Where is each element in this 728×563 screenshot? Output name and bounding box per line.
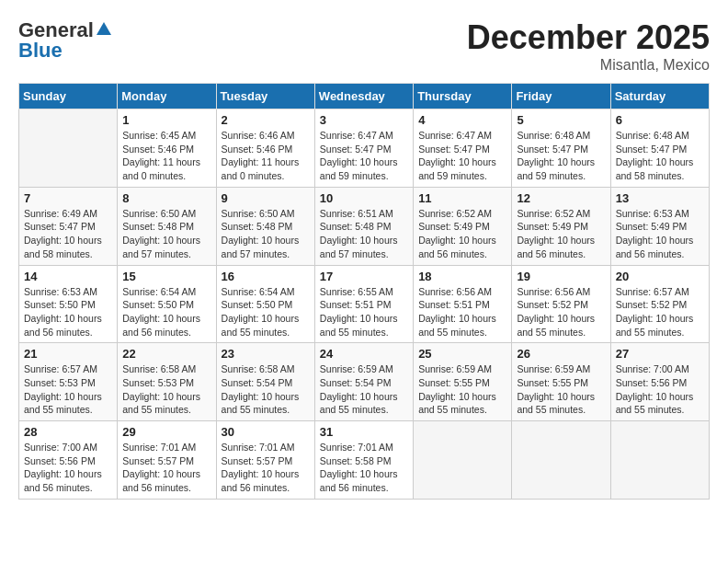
day-info: Sunrise: 6:58 AMSunset: 5:54 PMDaylight:…	[222, 362, 310, 417]
calendar-cell: 24Sunrise: 6:59 AMSunset: 5:54 PMDayligh…	[314, 343, 413, 421]
calendar-cell: 21Sunrise: 6:57 AMSunset: 5:53 PMDayligh…	[19, 343, 118, 421]
day-of-week-header: Sunday	[19, 84, 118, 109]
day-info: Sunrise: 6:48 AMSunset: 5:47 PMDaylight:…	[517, 129, 605, 183]
day-number: 16	[222, 270, 310, 283]
calendar-cell: 17Sunrise: 6:55 AMSunset: 5:51 PMDayligh…	[314, 265, 413, 343]
calendar-cell: 1Sunrise: 6:45 AMSunset: 5:46 PMDaylight…	[118, 109, 216, 188]
day-info: Sunrise: 6:52 AMSunset: 5:49 PMDaylight:…	[517, 207, 605, 261]
logo-blue-text: Blue	[18, 39, 63, 63]
calendar-cell: 20Sunrise: 6:57 AMSunset: 5:52 PMDayligh…	[610, 265, 709, 343]
day-number: 17	[320, 270, 408, 283]
day-number: 11	[418, 191, 506, 205]
day-number: 24	[320, 347, 408, 361]
day-info: Sunrise: 6:53 AMSunset: 5:49 PMDaylight:…	[616, 207, 704, 261]
calendar-cell: 4Sunrise: 6:47 AMSunset: 5:47 PMDaylight…	[414, 109, 512, 188]
day-number: 10	[320, 191, 408, 205]
calendar-cell: 11Sunrise: 6:52 AMSunset: 5:49 PMDayligh…	[414, 187, 512, 265]
day-number: 21	[24, 347, 112, 361]
day-info: Sunrise: 6:49 AMSunset: 5:47 PMDaylight:…	[24, 207, 112, 261]
day-number: 27	[616, 347, 704, 361]
calendar-cell: 16Sunrise: 6:54 AMSunset: 5:50 PMDayligh…	[216, 265, 314, 343]
calendar-week-row: 7Sunrise: 6:49 AMSunset: 5:47 PMDaylight…	[19, 187, 710, 265]
day-info: Sunrise: 6:59 AMSunset: 5:54 PMDaylight:…	[320, 362, 408, 417]
calendar-cell: 26Sunrise: 6:59 AMSunset: 5:55 PMDayligh…	[512, 343, 610, 421]
day-of-week-header: Monday	[118, 84, 216, 109]
day-info: Sunrise: 6:46 AMSunset: 5:46 PMDaylight:…	[222, 129, 310, 183]
day-number: 31	[320, 425, 408, 439]
day-of-week-header: Saturday	[610, 84, 709, 109]
page-header: General Blue December 2025 Misantla, Mex…	[18, 18, 710, 74]
calendar-cell	[19, 109, 118, 188]
calendar-cell: 7Sunrise: 6:49 AMSunset: 5:47 PMDaylight…	[19, 187, 118, 265]
calendar-week-row: 1Sunrise: 6:45 AMSunset: 5:46 PMDaylight…	[19, 109, 710, 188]
day-info: Sunrise: 6:47 AMSunset: 5:47 PMDaylight:…	[320, 129, 408, 183]
day-info: Sunrise: 7:01 AMSunset: 5:58 PMDaylight:…	[320, 441, 408, 495]
day-info: Sunrise: 6:50 AMSunset: 5:48 PMDaylight:…	[222, 207, 310, 261]
calendar-cell: 3Sunrise: 6:47 AMSunset: 5:47 PMDaylight…	[314, 109, 413, 188]
day-number: 2	[222, 113, 310, 127]
calendar-cell	[414, 421, 512, 500]
day-number: 5	[517, 113, 605, 127]
day-info: Sunrise: 6:58 AMSunset: 5:53 PMDaylight:…	[122, 362, 210, 417]
calendar-cell: 12Sunrise: 6:52 AMSunset: 5:49 PMDayligh…	[512, 187, 610, 265]
calendar-cell: 2Sunrise: 6:46 AMSunset: 5:46 PMDaylight…	[216, 109, 314, 188]
day-info: Sunrise: 6:59 AMSunset: 5:55 PMDaylight:…	[418, 362, 506, 417]
calendar-cell: 29Sunrise: 7:01 AMSunset: 5:57 PMDayligh…	[118, 421, 216, 500]
day-info: Sunrise: 6:56 AMSunset: 5:51 PMDaylight:…	[418, 285, 506, 339]
title-block: December 2025 Misantla, Mexico	[467, 18, 710, 74]
day-number: 4	[418, 113, 506, 127]
day-info: Sunrise: 6:59 AMSunset: 5:55 PMDaylight:…	[517, 362, 605, 417]
calendar-cell: 28Sunrise: 7:00 AMSunset: 5:56 PMDayligh…	[19, 421, 118, 500]
calendar-cell: 30Sunrise: 7:01 AMSunset: 5:57 PMDayligh…	[216, 421, 314, 500]
calendar-cell: 22Sunrise: 6:58 AMSunset: 5:53 PMDayligh…	[118, 343, 216, 421]
day-number: 15	[122, 270, 210, 283]
logo: General Blue	[18, 18, 112, 63]
day-info: Sunrise: 6:47 AMSunset: 5:47 PMDaylight:…	[418, 129, 506, 183]
day-info: Sunrise: 6:54 AMSunset: 5:50 PMDaylight:…	[222, 285, 310, 339]
day-number: 7	[24, 191, 112, 205]
calendar-cell	[610, 421, 709, 500]
calendar-cell: 25Sunrise: 6:59 AMSunset: 5:55 PMDayligh…	[414, 343, 512, 421]
day-info: Sunrise: 7:00 AMSunset: 5:56 PMDaylight:…	[616, 362, 704, 417]
day-info: Sunrise: 6:54 AMSunset: 5:50 PMDaylight:…	[122, 285, 210, 339]
day-info: Sunrise: 6:50 AMSunset: 5:48 PMDaylight:…	[122, 207, 210, 261]
day-number: 30	[222, 425, 310, 439]
calendar-week-row: 21Sunrise: 6:57 AMSunset: 5:53 PMDayligh…	[19, 343, 710, 421]
day-info: Sunrise: 7:01 AMSunset: 5:57 PMDaylight:…	[222, 441, 310, 495]
day-number: 1	[122, 113, 210, 127]
calendar-cell	[512, 421, 610, 500]
day-info: Sunrise: 6:48 AMSunset: 5:47 PMDaylight:…	[616, 129, 704, 183]
calendar-week-row: 14Sunrise: 6:53 AMSunset: 5:50 PMDayligh…	[19, 265, 710, 343]
day-number: 29	[122, 425, 210, 439]
day-number: 22	[122, 347, 210, 361]
day-of-week-header: Friday	[512, 84, 610, 109]
day-number: 8	[122, 191, 210, 205]
day-number: 19	[517, 270, 605, 283]
calendar-cell: 31Sunrise: 7:01 AMSunset: 5:58 PMDayligh…	[314, 421, 413, 500]
day-number: 28	[24, 425, 112, 439]
location: Misantla, Mexico	[467, 57, 710, 74]
calendar-cell: 15Sunrise: 6:54 AMSunset: 5:50 PMDayligh…	[118, 265, 216, 343]
day-info: Sunrise: 6:51 AMSunset: 5:48 PMDaylight:…	[320, 207, 408, 261]
day-info: Sunrise: 6:55 AMSunset: 5:51 PMDaylight:…	[320, 285, 408, 339]
calendar-cell: 10Sunrise: 6:51 AMSunset: 5:48 PMDayligh…	[314, 187, 413, 265]
day-number: 13	[616, 191, 704, 205]
day-number: 12	[517, 191, 605, 205]
day-info: Sunrise: 6:53 AMSunset: 5:50 PMDaylight:…	[24, 285, 112, 339]
day-number: 25	[418, 347, 506, 361]
day-number: 18	[418, 270, 506, 283]
svg-marker-0	[97, 22, 111, 35]
calendar-cell: 6Sunrise: 6:48 AMSunset: 5:47 PMDaylight…	[610, 109, 709, 188]
calendar-cell: 13Sunrise: 6:53 AMSunset: 5:49 PMDayligh…	[610, 187, 709, 265]
day-number: 3	[320, 113, 408, 127]
calendar-week-row: 28Sunrise: 7:00 AMSunset: 5:56 PMDayligh…	[19, 421, 710, 500]
day-info: Sunrise: 6:52 AMSunset: 5:49 PMDaylight:…	[418, 207, 506, 261]
day-info: Sunrise: 6:57 AMSunset: 5:53 PMDaylight:…	[24, 362, 112, 417]
calendar-cell: 8Sunrise: 6:50 AMSunset: 5:48 PMDaylight…	[118, 187, 216, 265]
logo-triangle-icon	[96, 20, 112, 40]
day-number: 6	[616, 113, 704, 127]
calendar-cell: 27Sunrise: 7:00 AMSunset: 5:56 PMDayligh…	[610, 343, 709, 421]
calendar-cell: 14Sunrise: 6:53 AMSunset: 5:50 PMDayligh…	[19, 265, 118, 343]
day-number: 23	[222, 347, 310, 361]
day-info: Sunrise: 6:57 AMSunset: 5:52 PMDaylight:…	[616, 285, 704, 339]
